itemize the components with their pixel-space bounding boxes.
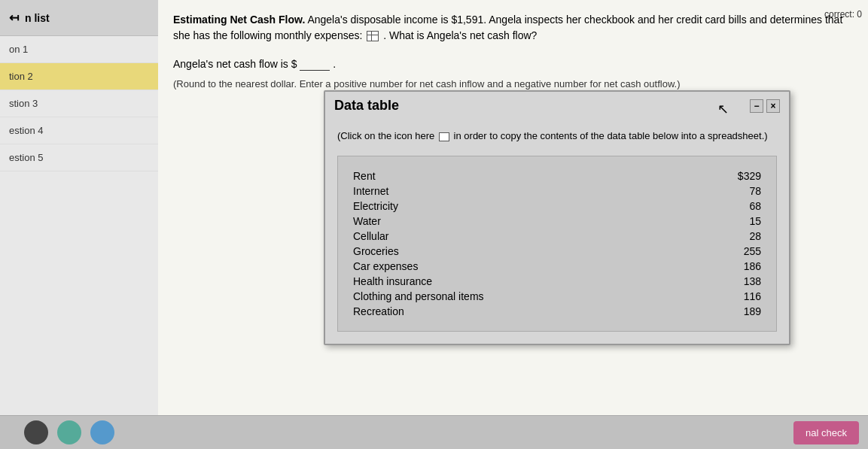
row-label: Rent — [353, 170, 701, 182]
data-table-modal: Data table ↖ − × (Click on the icon here… — [324, 90, 790, 345]
circle-btn-dark[interactable] — [24, 420, 48, 444]
table-row: Car expenses 186 — [353, 259, 761, 274]
modal-instruction: (Click on the icon here in order to copy… — [337, 129, 777, 144]
row-label: Car expenses — [353, 260, 701, 272]
row-value: 138 — [701, 275, 761, 287]
answer-input[interactable] — [300, 58, 330, 71]
modal-title: Data table — [334, 98, 399, 114]
row-label: Electricity — [353, 200, 701, 212]
table-row: Cellular 28 — [353, 229, 761, 244]
row-label: Internet — [353, 185, 701, 197]
table-row: Rent $329 — [353, 168, 761, 184]
row-value: 116 — [701, 290, 761, 302]
circle-btn-blue[interactable] — [90, 420, 114, 444]
sidebar-item-4[interactable]: estion 4 — [0, 117, 158, 144]
row-value: 15 — [701, 215, 761, 227]
table-row: Groceries 255 — [353, 244, 761, 259]
row-value: 78 — [701, 185, 761, 197]
back-icon[interactable]: ↤ — [9, 11, 19, 25]
sidebar-item-5[interactable]: estion 5 — [0, 144, 158, 171]
row-label: Clothing and personal items — [353, 290, 701, 302]
bottom-circles — [24, 420, 114, 444]
answer-period: . — [333, 58, 336, 70]
row-value: 186 — [701, 260, 761, 272]
sidebar-items: on 1 tion 2 stion 3 estion 4 estion 5 — [0, 36, 158, 422]
minimize-button[interactable]: − — [750, 99, 763, 113]
sidebar: ↤ n list on 1 tion 2 stion 3 estion 4 es… — [0, 0, 158, 449]
sidebar-header: ↤ n list — [0, 0, 158, 36]
app-container: ↤ n list on 1 tion 2 stion 3 estion 4 es… — [0, 0, 868, 449]
round-note: (Round to the nearest dollar. Enter a po… — [173, 78, 853, 89]
table-row: Electricity 68 — [353, 199, 761, 214]
row-value: 68 — [701, 200, 761, 212]
row-value: 28 — [701, 230, 761, 242]
question-header: Estimating Net Cash Flow. Angela's dispo… — [173, 12, 853, 44]
modal-overlay: Data table ↖ − × (Click on the icon here… — [324, 90, 845, 411]
row-value: 189 — [701, 305, 761, 317]
table-row: Internet 78 — [353, 184, 761, 199]
row-label: Water — [353, 215, 701, 227]
sidebar-item-3[interactable]: stion 3 — [0, 90, 158, 117]
table-row: Health insurance 138 — [353, 274, 761, 289]
table-row: Clothing and personal items 116 — [353, 289, 761, 304]
row-label: Groceries — [353, 245, 701, 257]
instruction-text-1: (Click on the icon here — [337, 130, 434, 141]
circle-btn-green[interactable] — [57, 420, 81, 444]
row-label: Health insurance — [353, 275, 701, 287]
data-table-inner: Rent $329 Internet 78 Electricity 68 Wat… — [337, 156, 777, 332]
row-label: Cellular — [353, 230, 701, 242]
row-label: Recreation — [353, 305, 701, 317]
table-row: Water 15 — [353, 214, 761, 229]
sidebar-item-2[interactable]: tion 2 — [0, 63, 158, 90]
question-end: . What is Angela's net cash flow? — [383, 29, 537, 41]
modal-controls: − × — [750, 99, 780, 113]
bottom-bar: nal check — [0, 415, 868, 449]
modal-body: (Click on the icon here in order to copy… — [325, 120, 789, 344]
main-content: Estimating Net Cash Flow. Angela's dispo… — [158, 0, 868, 449]
row-value: 255 — [701, 245, 761, 257]
table-row: Recreation 189 — [353, 304, 761, 319]
question-bold: Estimating Net Cash Flow. — [173, 14, 305, 26]
copy-icon[interactable] — [439, 132, 449, 141]
row-value: $329 — [701, 170, 761, 182]
instruction-text-2: in order to copy the contents of the dat… — [454, 130, 768, 141]
correct-badge: correct: 0 — [824, 9, 862, 20]
final-check-button[interactable]: nal check — [793, 421, 859, 444]
cursor-icon: ↖ — [717, 101, 729, 117]
answer-row: Angela's net cash flow is $ . — [173, 56, 853, 72]
table-reference-icon — [367, 31, 379, 41]
modal-titlebar: Data table ↖ − × — [325, 92, 789, 120]
answer-prefix: Angela's net cash flow is $ — [173, 58, 297, 70]
sidebar-title: n list — [25, 12, 50, 24]
close-button[interactable]: × — [766, 99, 780, 113]
sidebar-item-1[interactable]: on 1 — [0, 36, 158, 63]
